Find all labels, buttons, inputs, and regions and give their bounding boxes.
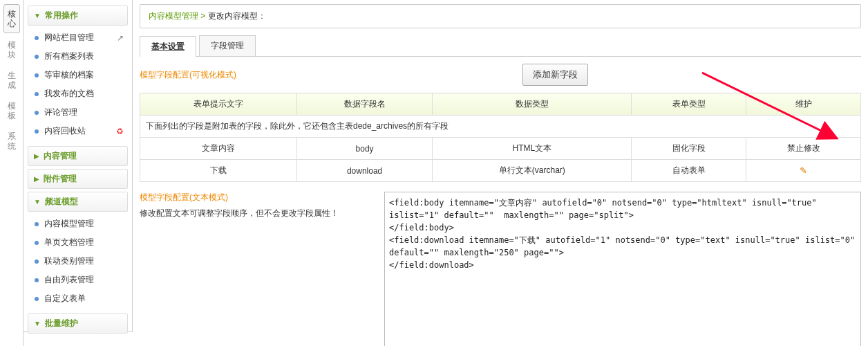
nav-group-label: 附件管理: [44, 173, 77, 185]
nav-item-my-docs[interactable]: 我发布的文档: [23, 84, 132, 103]
dot-icon: [35, 129, 39, 134]
cell-ftype: 固化字段: [632, 138, 746, 160]
tabs: 基本设置 字段管理: [140, 35, 861, 57]
table-note-row: 下面列出的字段是附加表的字段，除此外，它还包含主表dede_archives的所…: [140, 116, 861, 138]
config-bar: 模型字段配置(可视化模式) 添加新字段: [140, 64, 861, 86]
dot-icon: [35, 241, 39, 245]
nav-item-single-page[interactable]: 单页文档管理: [23, 233, 132, 252]
cell-field: body: [296, 138, 432, 160]
th-action: 维护: [746, 93, 861, 116]
add-field-button[interactable]: 添加新字段: [522, 64, 588, 86]
vtab-system[interactable]: 系统: [3, 127, 20, 155]
nav-group-label: 批量维护: [45, 318, 78, 329]
caret-down-icon: ▼: [34, 198, 41, 206]
nav-item-custom-form[interactable]: 自定义表单: [23, 289, 132, 308]
nav-item-comments[interactable]: 评论管理: [23, 103, 132, 122]
text-mode-section: 模型字段配置(文本模式) 修改配置文本可调整字段顺序，但不会更改字段属性！: [140, 192, 861, 346]
caret-right-icon: ▶: [34, 152, 39, 160]
breadcrumb: 内容模型管理 > 更改内容模型：: [140, 4, 861, 28]
caret-down-icon: ▼: [34, 12, 41, 19]
nav-group-batch[interactable]: ▼ 批量维护: [28, 313, 128, 334]
nav-item-columns[interactable]: 网站栏目管理↗: [23, 28, 132, 47]
main-panel: 内容模型管理 > 更改内容模型： 基本设置 字段管理 模型字段配置(可视化模式)…: [133, 0, 868, 346]
nav-group-label: 内容管理: [44, 150, 77, 162]
nav-item-linked-cat[interactable]: 联动类别管理: [23, 252, 132, 271]
th-datatype: 数据类型: [433, 93, 632, 116]
table-row: 下载 download 单行文本(varchar) 自动表单 ✎: [140, 160, 861, 182]
text-mode-label: 模型字段配置(文本模式): [140, 192, 384, 203]
cell-action-edit[interactable]: ✎: [746, 160, 861, 182]
dot-icon: [35, 297, 39, 301]
nav-group-label: 频道模型: [45, 196, 78, 208]
nav-group-label: 常用操作: [45, 10, 78, 21]
caret-right-icon: ▶: [34, 175, 39, 183]
dot-icon: [35, 36, 39, 40]
nav-item-model-mgmt[interactable]: 内容模型管理: [23, 215, 132, 233]
text-mode-desc: 修改配置文本可调整字段顺序，但不会更改字段属性！: [140, 208, 384, 219]
nav-item-pending[interactable]: 等审核的档案: [23, 66, 132, 84]
dot-icon: [35, 260, 39, 264]
dot-icon: [35, 55, 39, 59]
side-nav: ▼ 常用操作 网站栏目管理↗ 所有档案列表 等审核的档案 我发布的文档 评论管理…: [23, 0, 133, 332]
vtab-core[interactable]: 核心: [3, 4, 20, 33]
visual-mode-label: 模型字段配置(可视化模式): [140, 69, 236, 81]
cell-prompt: 下载: [140, 160, 297, 182]
tab-basic[interactable]: 基本设置: [140, 36, 196, 57]
nav-group-attach[interactable]: ▶ 附件管理: [28, 169, 128, 189]
nav-group-channel[interactable]: ▼ 频道模型: [28, 192, 128, 212]
crumb-current: 更改内容模型：: [208, 11, 266, 21]
vtab-generate[interactable]: 生成: [3, 66, 20, 94]
external-icon: ↗: [117, 33, 124, 43]
vtab-module[interactable]: 模块: [3, 36, 20, 64]
th-fieldname: 数据字段名: [296, 93, 432, 116]
table-row: 文章内容 body HTML文本 固化字段 禁止修改: [140, 138, 861, 160]
vertical-tab-strip: 核心 模块 生成 模板 系统: [0, 0, 23, 346]
fields-table: 表单提示文字 数据字段名 数据类型 表单类型 维护 下面列出的字段是附加表的字段…: [140, 93, 861, 182]
cell-dtype: 单行文本(varchar): [433, 160, 632, 182]
dot-icon: [35, 92, 39, 96]
table-header-row: 表单提示文字 数据字段名 数据类型 表单类型 维护: [140, 93, 861, 116]
crumb-root[interactable]: 内容模型管理: [149, 11, 198, 21]
caret-down-icon: ▼: [34, 320, 41, 327]
vtab-template[interactable]: 模板: [3, 97, 20, 125]
nav-items-common: 网站栏目管理↗ 所有档案列表 等审核的档案 我发布的文档 评论管理 内容回收站♻: [23, 28, 132, 140]
nav-group-common[interactable]: ▼ 常用操作: [28, 6, 128, 26]
tab-fields[interactable]: 字段管理: [199, 35, 256, 56]
table-note: 下面列出的字段是附加表的字段，除此外，它还包含主表dede_archives的所…: [140, 116, 861, 138]
field-xml-textarea[interactable]: [384, 192, 861, 346]
nav-group-content[interactable]: ▶ 内容管理: [28, 146, 128, 166]
cell-field: download: [296, 160, 432, 182]
edit-icon[interactable]: ✎: [800, 165, 807, 176]
cell-ftype: 自动表单: [632, 160, 746, 182]
nav-items-channel: 内容模型管理 单页文档管理 联动类别管理 自由列表管理 自定义表单: [23, 215, 132, 308]
dot-icon: [35, 73, 39, 78]
th-formtype: 表单类型: [632, 93, 746, 116]
th-prompt: 表单提示文字: [140, 93, 297, 116]
dot-icon: [35, 222, 39, 226]
nav-item-recycle[interactable]: 内容回收站♻: [23, 122, 132, 140]
cell-action-locked: 禁止修改: [746, 138, 861, 160]
cell-dtype: HTML文本: [433, 138, 632, 160]
dot-icon: [35, 278, 39, 282]
recycle-icon: ♻: [116, 127, 124, 136]
nav-item-all-archives[interactable]: 所有档案列表: [23, 47, 132, 66]
cell-prompt: 文章内容: [140, 138, 297, 160]
dot-icon: [35, 111, 39, 115]
nav-item-free-list[interactable]: 自由列表管理: [23, 271, 132, 289]
